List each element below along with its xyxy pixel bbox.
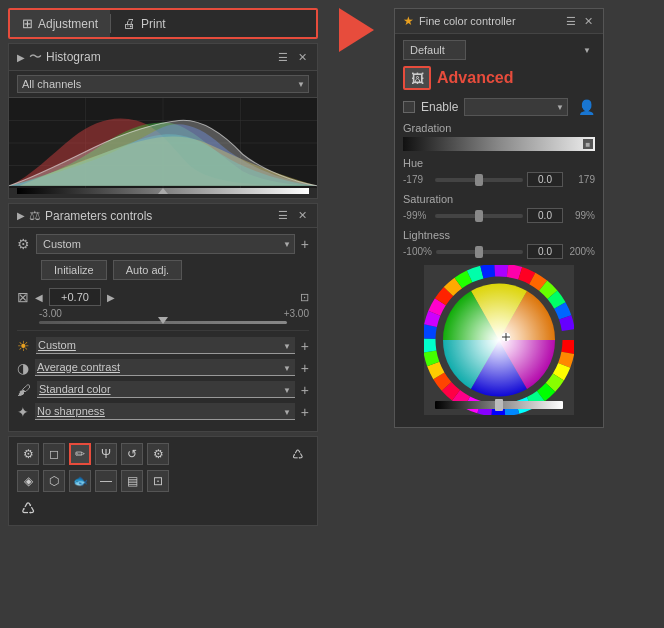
tool-btn-undo[interactable]: ↺ <box>121 443 143 465</box>
auto-preset-row: ☀ Custom + <box>17 337 309 354</box>
sharpness-icon: ✦ <box>17 404 29 420</box>
channels-select[interactable]: All channels <box>17 75 309 93</box>
params-icon: ⚖ <box>29 208 41 223</box>
histogram-header: ▶ 〜 Histogram ☰ ✕ <box>9 44 317 71</box>
params-title: Parameters controls <box>45 209 152 223</box>
color-plus-btn[interactable]: + <box>301 383 309 397</box>
fcc-light-min: -100% <box>403 246 432 257</box>
exposure-slider-thumb <box>158 317 168 324</box>
fcc-enable-row: Enable 👤 <box>403 98 595 116</box>
preset-plus-btn[interactable]: + <box>301 237 309 251</box>
preset-row: ⚙ Custom + <box>17 234 309 254</box>
params-body: ⚙ Custom + Initialize Auto adj. ⊠ ◀ ▶ ⊡ <box>9 228 317 431</box>
exposure-input[interactable] <box>49 288 101 306</box>
fcc-hue-track[interactable] <box>435 178 523 182</box>
tool-btn-dash[interactable]: — <box>95 470 117 492</box>
fcc-enable-text: Enable <box>421 100 458 114</box>
fcc-body: Default 🖼 Advanced Enable 👤 Gradation ■ <box>395 34 603 427</box>
fcc-lightness-section: Lightness -100% 200% <box>403 229 595 259</box>
color-wheel-container[interactable] <box>403 265 595 415</box>
fcc-star-icon: ★ <box>403 14 414 28</box>
params-header-left: ▶ ⚖ Parameters controls <box>17 208 152 223</box>
preset-select[interactable]: Custom <box>36 234 295 254</box>
histogram-channels-row: All channels <box>9 71 317 98</box>
fcc-advanced-label: Advanced <box>437 69 513 87</box>
fcc-advanced-row: 🖼 Advanced <box>403 66 595 90</box>
fcc-person-icon: 👤 <box>578 99 595 115</box>
toolbar-row-3: ♺ <box>17 497 309 519</box>
params-header-right: ☰ ✕ <box>276 209 309 222</box>
contrast-dropdown: Average contrast <box>35 359 295 376</box>
tab-adjustment[interactable]: ⊞ Adjustment <box>10 10 110 37</box>
fcc-hue-label: Hue <box>403 157 595 169</box>
fcc-default-select[interactable]: Default <box>403 40 466 60</box>
fcc-default-select-wrapper: Default <box>403 40 595 60</box>
contrast-select[interactable]: Average contrast <box>35 359 295 376</box>
tool-btn-circle[interactable]: ⬡ <box>43 470 65 492</box>
fcc-saturation-label: Saturation <box>403 193 595 205</box>
sharpness-select[interactable]: No sharpness <box>35 403 295 420</box>
fcc-menu-btn[interactable]: ☰ <box>564 15 578 28</box>
fcc-enable-select[interactable] <box>464 98 568 116</box>
fcc-hue-max: 179 <box>567 174 595 185</box>
exposure-dec-btn[interactable]: ◀ <box>33 290 45 305</box>
tab-print[interactable]: 🖨 Print <box>111 10 178 37</box>
tool-btn-recycle2[interactable]: ♺ <box>17 497 39 519</box>
auto-adj-btn[interactable]: Auto adj. <box>113 260 182 280</box>
toolbar-row-2: ◈ ⬡ 🐟 — ▤ ⊡ <box>17 470 309 492</box>
histogram-title: Histogram <box>46 50 101 64</box>
auto-section: ☀ Custom + ◑ Average contrast <box>17 330 309 420</box>
sharpness-row: ✦ No sharpness + <box>17 403 309 420</box>
auto-preset-plus-btn[interactable]: + <box>301 339 309 353</box>
fcc-thumb-icon[interactable]: 🖼 <box>403 66 431 90</box>
tool-btn-mask[interactable]: ◻ <box>43 443 65 465</box>
fcc-default-row: Default <box>403 40 595 60</box>
tool-btn-brush[interactable]: ✏ <box>69 443 91 465</box>
fcc-hue-row: -179 179 <box>403 172 595 187</box>
contrast-plus-btn[interactable]: + <box>301 361 309 375</box>
exposure-slider-bar[interactable] <box>39 321 287 324</box>
tool-btn-settings[interactable]: ⚙ <box>147 443 169 465</box>
fcc-light-value-input[interactable] <box>527 244 563 259</box>
tool-btn-wave[interactable]: ⚙ <box>17 443 39 465</box>
auto-preset-select[interactable]: Custom <box>36 337 295 354</box>
tool-btn-fish[interactable]: 🐟 <box>69 470 91 492</box>
histogram-header-left: ▶ 〜 Histogram <box>17 48 101 66</box>
tool-btn-grid[interactable]: ▤ <box>121 470 143 492</box>
params-close-btn[interactable]: ✕ <box>296 209 309 222</box>
params-chevron[interactable]: ▶ <box>17 210 25 221</box>
fcc-sat-value-input[interactable] <box>527 208 563 223</box>
adjustment-icon: ⊞ <box>22 16 33 31</box>
fcc-grad-btn[interactable]: ■ <box>583 139 593 149</box>
histogram-wave-icon: 〜 <box>29 48 42 66</box>
tool-btn-crop[interactable]: ⊡ <box>147 470 169 492</box>
histogram-menu-btn[interactable]: ☰ <box>276 51 290 64</box>
histogram-chevron[interactable]: ▶ <box>17 52 25 63</box>
tool-btn-recycle[interactable]: ♺ <box>287 443 309 465</box>
button-row: Initialize Auto adj. <box>41 260 309 280</box>
fcc-gradation-bar[interactable]: ■ <box>403 137 595 151</box>
fcc-title-row: ★ Fine color controller <box>403 14 516 28</box>
fcc-light-max: 200% <box>567 246 595 257</box>
histogram-canvas <box>9 98 317 188</box>
left-panel: ⊞ Adjustment 🖨 Print ▶ 〜 Histogram ☰ ✕ A… <box>8 8 318 526</box>
fcc-saturation-row: -99% 99% <box>403 208 595 223</box>
exposure-row: ⊠ ◀ ▶ ⊡ <box>17 288 309 306</box>
tool-btn-layers[interactable]: ◈ <box>17 470 39 492</box>
fcc-enable-checkbox[interactable] <box>403 101 415 113</box>
fcc-close-btn[interactable]: ✕ <box>582 15 595 28</box>
histogram-close-btn[interactable]: ✕ <box>296 51 309 64</box>
auto-preset-dropdown: Custom <box>36 337 295 354</box>
tool-btn-fork[interactable]: Ψ <box>95 443 117 465</box>
sharpness-dropdown: No sharpness <box>35 403 295 420</box>
fcc-hue-value-input[interactable] <box>527 172 563 187</box>
sharpness-plus-btn[interactable]: + <box>301 405 309 419</box>
color-select[interactable]: Standard color <box>37 381 295 398</box>
fcc-sat-track[interactable] <box>435 214 523 218</box>
exposure-inc-btn[interactable]: ▶ <box>105 290 117 305</box>
params-menu-btn[interactable]: ☰ <box>276 209 290 222</box>
initialize-btn[interactable]: Initialize <box>41 260 107 280</box>
histogram-slider-thumb <box>158 188 168 194</box>
fcc-light-track[interactable] <box>436 250 523 254</box>
histogram-panel: ▶ 〜 Histogram ☰ ✕ All channels <box>8 43 318 199</box>
